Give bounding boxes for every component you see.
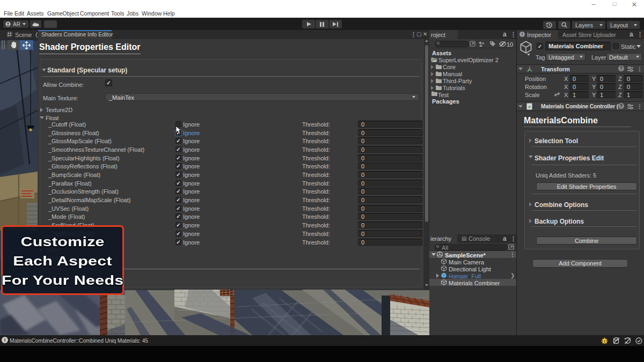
svg-text:#: # <box>528 105 531 109</box>
